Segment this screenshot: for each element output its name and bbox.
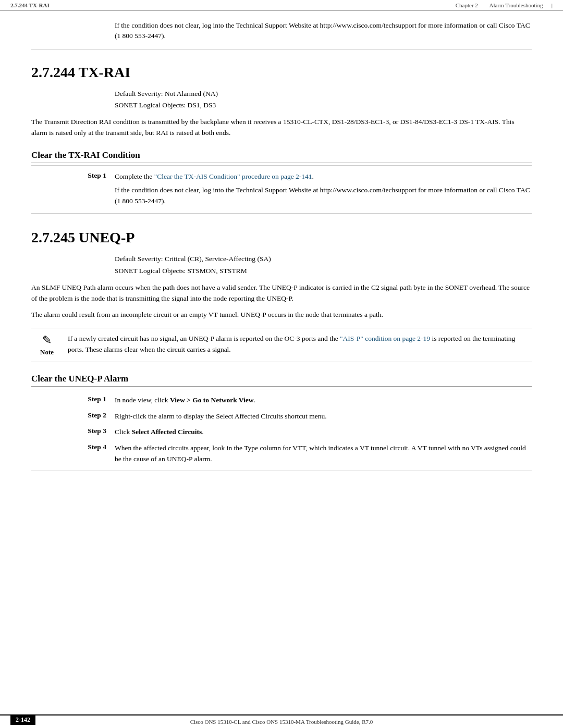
step-245-2-label: Step 2 [31, 411, 115, 422]
page-footer: 2-142 Cisco ONS 15310-CL and Cisco ONS 1… [0, 714, 563, 728]
note-block-245: ✎ Note If a newly created circuit has no… [31, 328, 532, 362]
subsection-244-heading: Clear the TX-RAI Condition [31, 150, 532, 163]
step-244-1-row: Step 1 Complete the "Clear the TX-AIS Co… [31, 169, 532, 185]
step-245-3-row: Step 3 Click Select Affected Circuits. [31, 424, 532, 440]
page-number: 2-142 [10, 715, 35, 725]
step-245-1-label: Step 1 [31, 395, 115, 406]
main-content: If the condition does not clear, log int… [0, 11, 563, 471]
section-245-body1: An SLMF UNEQ Path alarm occurs when the … [31, 282, 532, 304]
note-label: Note [40, 348, 54, 356]
step-245-1-bold: View > Go to Network View [170, 396, 254, 404]
step-245-3-bold: Select Affected Circuits [132, 428, 202, 436]
header-chapter: Chapter 2 Alarm Troubleshooting | [451, 2, 553, 8]
note-text: If a newly created circuit has no signal… [63, 334, 532, 355]
steps-244: Step 1 Complete the "Clear the TX-AIS Co… [31, 165, 532, 214]
step-245-2-content: Right-click the alarm to display the Sel… [115, 411, 532, 422]
step-244-1-label: Step 1 [31, 171, 115, 182]
section-245: 2.7.245 UNEQ-P Default Severity: Critica… [31, 229, 532, 471]
page-header: 2.7.244 TX-RAI Chapter 2 Alarm Troublesh… [0, 0, 563, 11]
subsection-245-heading: Clear the UNEQ-P Alarm [31, 374, 532, 387]
meta-objects-245: SONET Logical Objects: STSMON, STSTRM [115, 265, 532, 277]
note-icon-area: ✎ Note [31, 334, 63, 356]
step-245-1-content: In node view, click View > Go to Network… [115, 395, 532, 406]
footer-text: Cisco ONS 15310-CL and Cisco ONS 15310-M… [190, 719, 373, 725]
section-244: 2.7.244 TX-RAI Default Severity: Not Ala… [31, 64, 532, 214]
prior-section-footer: If the condition does not clear, log int… [31, 11, 532, 50]
meta-severity-244: Default Severity: Not Alarmed (NA) [115, 88, 532, 100]
step-245-4-content: When the affected circuits appear, look … [115, 443, 532, 465]
step-245-2-row: Step 2 Right-click the alarm to display … [31, 409, 532, 425]
section-245-meta: Default Severity: Critical (CR), Service… [31, 253, 532, 277]
meta-severity-245: Default Severity: Critical (CR), Service… [115, 253, 532, 265]
section-244-meta: Default Severity: Not Alarmed (NA) SONET… [31, 88, 532, 112]
step-244-1-content: Complete the "Clear the TX-AIS Condition… [115, 171, 532, 182]
note-link[interactable]: "AIS-P" condition on page 2-19 [340, 335, 430, 342]
step-244-followup: If the condition does not clear, log int… [31, 185, 532, 207]
step-245-3-label: Step 3 [31, 427, 115, 438]
step-245-4-label: Step 4 [31, 443, 115, 465]
section-245-body2: The alarm could result from an incomplet… [31, 310, 532, 320]
section-244-body: The Transmit Direction RAI condition is … [31, 117, 532, 139]
step-244-1-link[interactable]: "Clear the TX-AIS Condition" procedure o… [154, 172, 312, 180]
steps-245: Step 1 In node view, click View > Go to … [31, 389, 532, 472]
pencil-icon: ✎ [42, 335, 52, 346]
step-245-1-row: Step 1 In node view, click View > Go to … [31, 392, 532, 409]
section-245-heading: 2.7.245 UNEQ-P [31, 229, 532, 246]
meta-objects-244: SONET Logical Objects: DS1, DS3 [115, 100, 532, 112]
section-244-heading: 2.7.244 TX-RAI [31, 64, 532, 81]
header-section-label: 2.7.244 TX-RAI [10, 2, 50, 8]
step-245-4-row: Step 4 When the affected circuits appear… [31, 440, 532, 467]
step-245-3-content: Click Select Affected Circuits. [115, 427, 532, 438]
